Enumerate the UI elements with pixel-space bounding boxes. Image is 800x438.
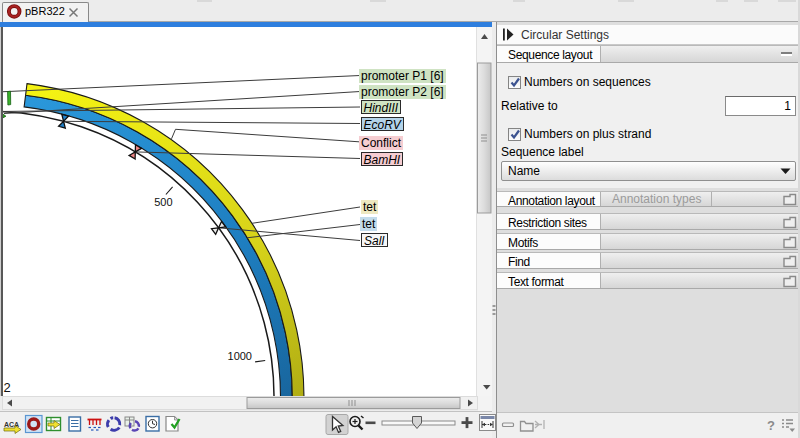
svg-text:1000: 1000	[228, 350, 252, 362]
svg-text:500: 500	[154, 196, 172, 208]
svg-text:?: ?	[767, 418, 775, 433]
